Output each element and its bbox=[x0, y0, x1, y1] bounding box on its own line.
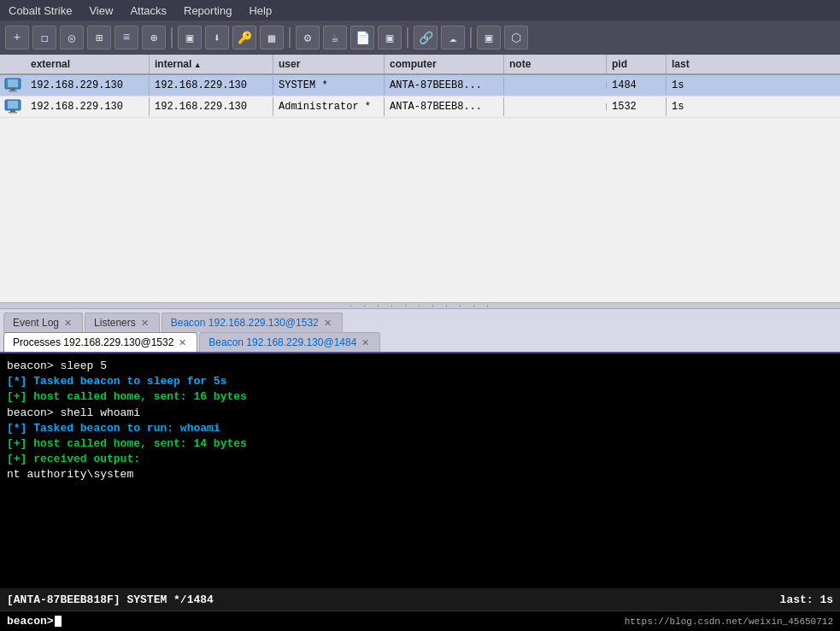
col-header-pid[interactable]: pid bbox=[607, 55, 667, 73]
toolbar-btn-doc[interactable]: 📄 bbox=[350, 26, 374, 50]
tab-event-log[interactable]: Event Log ✕ bbox=[3, 313, 83, 332]
input-bar[interactable]: beacon> https://blog.csdn.net/weixin_456… bbox=[0, 611, 840, 631]
menubar-cobalt-strike[interactable]: Cobalt Strike bbox=[5, 3, 75, 18]
table-row[interactable]: 192.168.229.130 192.168.229.130 SYSTEM *… bbox=[0, 75, 840, 96]
cell-computer-2: ANTA-87BEEB8... bbox=[385, 97, 504, 116]
svg-rect-3 bbox=[9, 91, 17, 92]
menubar-attacks[interactable]: Attacks bbox=[126, 3, 170, 18]
col-header-external[interactable]: external bbox=[26, 55, 150, 73]
toolbar-sep-1 bbox=[171, 27, 173, 48]
tab-strip-row2: Processes 192.168.229.130@1532 ✕ Beacon … bbox=[0, 332, 840, 353]
toolbar-btn-stop[interactable]: ◻ bbox=[32, 26, 56, 50]
cell-note-1 bbox=[504, 82, 607, 89]
toolbar-btn-crosshair[interactable]: ⊕ bbox=[142, 26, 166, 50]
svg-rect-2 bbox=[10, 89, 15, 91]
menubar-reporting[interactable]: Reporting bbox=[180, 3, 235, 18]
toolbar-btn-key[interactable]: 🔑 bbox=[232, 26, 256, 50]
svg-rect-1 bbox=[8, 79, 18, 87]
cell-note-2 bbox=[504, 103, 607, 110]
tab-beacon-1532-label: Beacon 192.168.229.130@1532 bbox=[171, 317, 319, 329]
toolbar-btn-gear[interactable]: ⚙ bbox=[296, 26, 320, 50]
cell-pid-2: 1532 bbox=[607, 97, 667, 116]
cell-internal-1: 192.168.229.130 bbox=[150, 76, 273, 95]
toolbar-btn-link[interactable]: 🔗 bbox=[414, 26, 438, 50]
toolbar-sep-3 bbox=[407, 27, 408, 48]
term-info-2: [+] host called home, sent: 14 bytes bbox=[7, 437, 247, 450]
toolbar-btn-cloud[interactable]: ☁ bbox=[441, 26, 465, 50]
svg-rect-5 bbox=[8, 101, 18, 108]
toolbar-sep-2 bbox=[289, 27, 291, 48]
toolbar-btn-headphones[interactable]: ◎ bbox=[60, 26, 84, 50]
term-info-1: [+] host called home, sent: 16 bytes bbox=[7, 390, 247, 403]
menubar-view[interactable]: View bbox=[85, 3, 116, 18]
row-icon-1 bbox=[0, 75, 26, 96]
tab-event-log-close[interactable]: ✕ bbox=[62, 318, 73, 329]
toolbar-btn-shield[interactable]: ▣ bbox=[477, 26, 501, 50]
tab-container: Event Log ✕ Listeners ✕ Beacon 192.168.2… bbox=[0, 309, 840, 353]
term-line-8: nt authority\system bbox=[7, 467, 833, 482]
toolbar-btn-download[interactable]: ⬇ bbox=[205, 26, 229, 50]
cell-external-2: 192.168.229.130 bbox=[26, 97, 150, 116]
cell-external-1: 192.168.229.130 bbox=[26, 76, 150, 95]
col-header-last[interactable]: last bbox=[667, 55, 718, 73]
toolbar-btn-square[interactable]: ▣ bbox=[378, 26, 402, 50]
toolbar-btn-hex[interactable]: ⬡ bbox=[504, 26, 528, 50]
cell-user-1: SYSTEM * bbox=[273, 76, 385, 95]
row-icon-2 bbox=[0, 96, 26, 117]
input-prompt: beacon> bbox=[7, 615, 54, 628]
cell-last-2: 1s bbox=[667, 97, 718, 116]
tab-beacon-1532[interactable]: Beacon 192.168.229.130@1532 ✕ bbox=[162, 313, 343, 332]
tab-beacon-1484-close[interactable]: ✕ bbox=[360, 337, 371, 348]
status-left: [ANTA-87BEEB818F] SYSTEM */1484 bbox=[7, 593, 214, 606]
tab-beacon-1532-close[interactable]: ✕ bbox=[322, 318, 333, 329]
drag-handle[interactable]: · · · · · · · · · · · bbox=[0, 302, 840, 309]
tab-processes-1532[interactable]: Processes 192.168.229.130@1532 ✕ bbox=[3, 332, 197, 352]
tab-listeners-close[interactable]: ✕ bbox=[139, 318, 150, 329]
main-area: external internal user computer note pid… bbox=[0, 55, 840, 631]
cell-pid-1: 1484 bbox=[607, 76, 667, 95]
toolbar-btn-monitor[interactable]: ▣ bbox=[178, 26, 202, 50]
col-header-internal[interactable]: internal bbox=[150, 55, 273, 73]
computer-icon bbox=[4, 99, 21, 114]
term-prompt-1: beacon> sleep 5 bbox=[7, 359, 107, 372]
svg-rect-7 bbox=[9, 112, 17, 114]
status-right: last: 1s bbox=[780, 593, 833, 606]
term-info-3: [+] received output: bbox=[7, 453, 140, 465]
term-line-7: [+] received output: bbox=[7, 452, 833, 467]
tab-beacon-1484[interactable]: Beacon 192.168.229.130@1484 ✕ bbox=[199, 332, 380, 352]
input-cursor bbox=[55, 616, 62, 627]
input-url: https://blog.csdn.net/weixin_45650712 bbox=[625, 616, 833, 627]
col-header-user[interactable]: user bbox=[273, 55, 385, 73]
term-line-5: [*] Tasked beacon to run: whoami bbox=[7, 421, 833, 436]
tab-processes-1532-label: Processes 192.168.229.130@1532 bbox=[13, 336, 173, 348]
toolbar: + ◻ ◎ ⊞ ≡ ⊕ ▣ ⬇ 🔑 ▦ ⚙ ☕ 📄 ▣ 🔗 ☁ ▣ ⬡ bbox=[0, 20, 840, 55]
toolbar-btn-grid[interactable]: ⊞ bbox=[87, 26, 111, 50]
col-header-note[interactable]: note bbox=[504, 55, 607, 73]
tab-event-log-label: Event Log bbox=[13, 317, 59, 329]
menubar: Cobalt Strike View Attacks Reporting Hel… bbox=[0, 0, 840, 20]
toolbar-btn-screenshot[interactable]: ▦ bbox=[260, 26, 284, 50]
table-row[interactable]: 192.168.229.130 192.168.229.130 Administ… bbox=[0, 96, 840, 118]
term-line-1: beacon> sleep 5 bbox=[7, 359, 833, 374]
menubar-help[interactable]: Help bbox=[245, 3, 275, 18]
term-line-2: [*] Tasked beacon to sleep for 5s bbox=[7, 374, 833, 389]
beacon-table: external internal user computer note pid… bbox=[0, 55, 840, 302]
toolbar-btn-list[interactable]: ≡ bbox=[115, 26, 138, 50]
tab-processes-1532-close[interactable]: ✕ bbox=[177, 337, 188, 348]
cell-internal-2: 192.168.229.130 bbox=[150, 97, 273, 116]
svg-rect-6 bbox=[10, 110, 15, 112]
term-output-1: nt authority\system bbox=[7, 468, 133, 481]
toolbar-btn-coffee[interactable]: ☕ bbox=[323, 26, 347, 50]
computer-icon bbox=[4, 78, 21, 93]
tab-strip-row1: Event Log ✕ Listeners ✕ Beacon 192.168.2… bbox=[0, 309, 840, 332]
term-line-4: beacon> shell whoami bbox=[7, 406, 833, 421]
term-line-3: [+] host called home, sent: 16 bytes bbox=[7, 389, 833, 405]
cell-user-2: Administrator * bbox=[273, 97, 385, 116]
tab-listeners-label: Listeners bbox=[94, 317, 136, 329]
tab-listeners[interactable]: Listeners ✕ bbox=[85, 313, 160, 332]
term-prompt-2: beacon> shell whoami bbox=[7, 406, 140, 419]
toolbar-btn-add[interactable]: + bbox=[5, 26, 29, 50]
col-header-computer[interactable]: computer bbox=[385, 55, 504, 73]
toolbar-sep-4 bbox=[470, 27, 472, 48]
terminal-area[interactable]: beacon> sleep 5 [*] Tasked beacon to sle… bbox=[0, 353, 840, 588]
